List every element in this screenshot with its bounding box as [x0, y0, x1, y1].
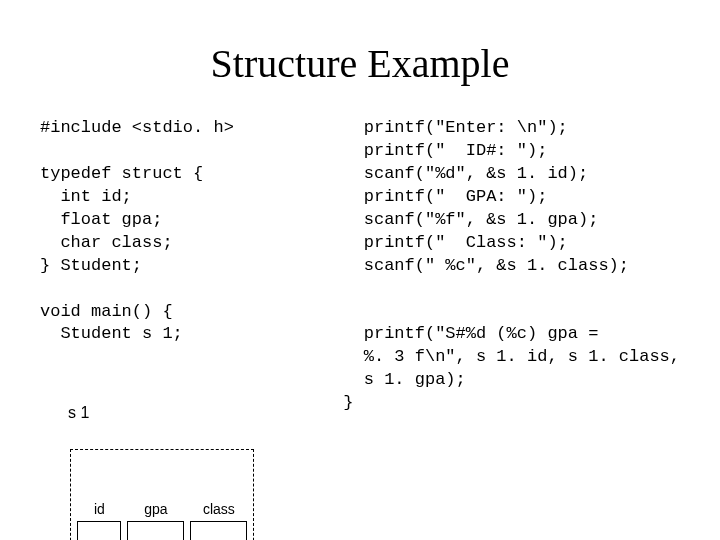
- content-columns: #include <stdio. h> typedef struct { int…: [40, 117, 680, 540]
- code-line: scanf("%f", &s 1. gpa);: [343, 210, 598, 229]
- code-line: } Student;: [40, 256, 142, 275]
- struct-fields-row: id gpa class: [77, 500, 247, 540]
- struct-field-gpa: gpa: [127, 500, 184, 540]
- code-line: printf("Enter: \n");: [343, 118, 567, 137]
- code-line: void main() {: [40, 302, 173, 321]
- struct-field-id: id: [77, 500, 121, 540]
- code-line: printf(" GPA: ");: [343, 187, 547, 206]
- code-line: printf(" Class: ");: [343, 233, 567, 252]
- slide-title: Structure Example: [40, 40, 680, 87]
- code-right-column: printf("Enter: \n"); printf(" ID#: "); s…: [333, 117, 680, 540]
- field-box: [190, 521, 247, 540]
- code-line: int id;: [40, 187, 132, 206]
- code-line: scanf("%d", &s 1. id);: [343, 164, 588, 183]
- code-line: scanf(" %c", &s 1. class);: [343, 256, 629, 275]
- code-line: char class;: [40, 233, 173, 252]
- field-label: class: [203, 500, 235, 519]
- field-box: [127, 521, 184, 540]
- code-line: float gpa;: [40, 210, 162, 229]
- struct-var-label: s 1: [68, 402, 313, 424]
- code-line: #include <stdio. h>: [40, 118, 234, 137]
- code-line: %. 3 f\n", s 1. id, s 1. class,: [343, 347, 680, 366]
- slide: Structure Example #include <stdio. h> ty…: [0, 0, 720, 540]
- struct-box: id gpa class: [70, 449, 254, 540]
- code-line: printf("S#%d (%c) gpa =: [343, 324, 598, 343]
- struct-field-class: class: [190, 500, 247, 540]
- code-line: printf(" ID#: ");: [343, 141, 547, 160]
- field-box: [77, 521, 121, 540]
- code-line: s 1. gpa);: [343, 370, 465, 389]
- code-left-column: #include <stdio. h> typedef struct { int…: [40, 117, 313, 540]
- field-label: id: [94, 500, 105, 519]
- field-label: gpa: [144, 500, 167, 519]
- code-line: Student s 1;: [40, 324, 183, 343]
- code-line: }: [343, 393, 353, 412]
- code-line: typedef struct {: [40, 164, 203, 183]
- struct-diagram: s 1 id gpa class: [50, 356, 313, 540]
